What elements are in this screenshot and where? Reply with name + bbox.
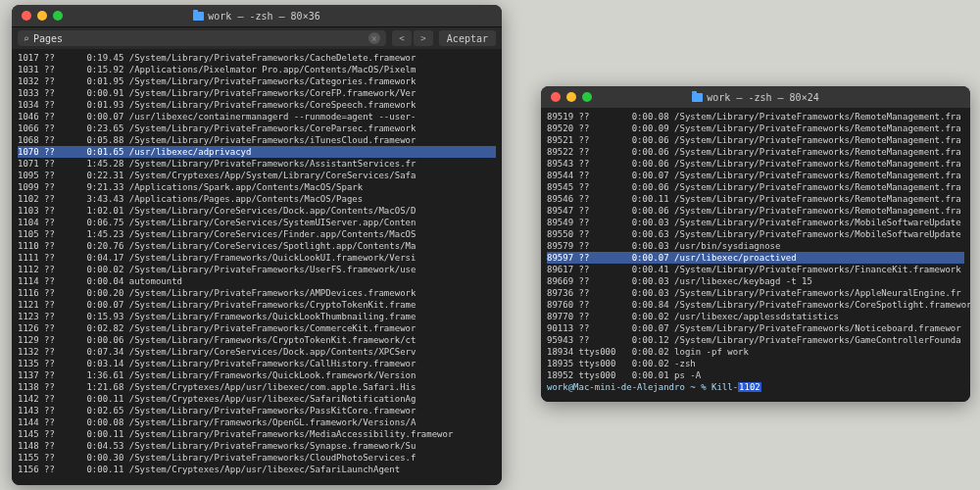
process-row[interactable]: 1135 ?? 0:03.14 /System/Library/PrivateF…	[18, 358, 496, 369]
titlebar[interactable]: work — -zsh — 80×36	[12, 5, 502, 26]
process-row[interactable]: 89522 ?? 0:00.06 /System/Library/Private…	[547, 146, 964, 158]
process-row[interactable]: 1148 ?? 0:04.53 /System/Library/PrivateF…	[18, 440, 496, 452]
title-text: work — -zsh — 80×36	[208, 11, 319, 22]
process-row[interactable]: 1032 ?? 0:01.95 /System/Library/PrivateF…	[18, 75, 496, 87]
process-row[interactable]: 1017 ?? 0:19.45 /System/Library/PrivateF…	[18, 52, 496, 64]
search-nav: < >	[392, 30, 433, 46]
search-value: Pages	[33, 33, 63, 44]
process-row[interactable]: 89617 ?? 0:00.41 /System/Library/Private…	[547, 264, 964, 275]
process-row[interactable]: 1111 ?? 0:04.17 /System/Library/Framewor…	[18, 252, 496, 264]
process-row[interactable]: 1068 ?? 0:05.88 /System/Library/PrivateF…	[18, 134, 496, 146]
search-bar: ⌕ Pages × < > Aceptar	[12, 26, 502, 49]
process-row[interactable]: 1105 ?? 1:45.23 /System/Library/CoreServ…	[18, 228, 496, 240]
process-row[interactable]: 1123 ?? 0:15.93 /System/Library/Framewor…	[18, 311, 496, 322]
process-row[interactable]: 89669 ?? 0:00.03 /usr/libexec/keybagd -t…	[547, 275, 964, 287]
process-row[interactable]: 89597 ?? 0:00.07 /usr/libexec/proactived	[547, 252, 964, 264]
window-title: work — -zsh — 80×36	[12, 11, 502, 22]
process-row[interactable]: 1126 ?? 0:02.82 /System/Library/PrivateF…	[18, 322, 496, 334]
process-row[interactable]: 1156 ?? 0:00.11 /System/Cryptexes/App/us…	[18, 464, 496, 475]
process-row[interactable]: 89543 ?? 0:00.06 /System/Library/Private…	[547, 158, 964, 170]
process-row[interactable]: 1116 ?? 0:00.20 /System/Library/PrivateF…	[18, 287, 496, 299]
search-icon: ⌕	[24, 33, 29, 44]
folder-icon	[193, 12, 204, 21]
prev-match-button[interactable]: <	[392, 30, 412, 46]
folder-icon	[692, 93, 703, 102]
process-row[interactable]: 1071 ?? 1:45.28 /System/Library/PrivateF…	[18, 158, 496, 170]
process-row[interactable]: 89579 ?? 0:00.03 /usr/bin/sysdiagnose	[547, 240, 964, 252]
process-row[interactable]: 1103 ?? 1:02.01 /System/Library/CoreServ…	[18, 205, 496, 217]
process-row[interactable]: 89545 ?? 0:00.06 /System/Library/Private…	[547, 181, 964, 193]
prompt-text: work@Mac-mini-de-Alejandro ~ % Kill-	[547, 382, 738, 392]
process-row[interactable]: 89549 ?? 0:00.03 /System/Library/Private…	[547, 217, 964, 228]
terminal-window-1[interactable]: work — -zsh — 80×36 ⌕ Pages × < > Acepta…	[12, 5, 502, 485]
process-row[interactable]: 1031 ?? 0:15.92 /Applications/Pixelmator…	[18, 64, 496, 75]
process-row[interactable]: 89519 ?? 0:00.08 /System/Library/Private…	[547, 111, 964, 122]
terminal-window-2[interactable]: work — -zsh — 80×24 89519 ?? 0:00.08 /Sy…	[541, 86, 970, 402]
process-row[interactable]: 18935 ttys000 0:00.02 -zsh	[547, 358, 964, 369]
process-row[interactable]: 89520 ?? 0:00.09 /System/Library/Private…	[547, 122, 964, 134]
process-row[interactable]: 89736 ?? 0:00.03 /System/Library/Private…	[547, 287, 964, 299]
title-text: work — -zsh — 80×24	[707, 92, 818, 103]
process-row[interactable]: 1138 ?? 1:21.68 /System/Cryptexes/App/us…	[18, 381, 496, 393]
process-row[interactable]: 1112 ?? 0:00.02 /System/Library/PrivateF…	[18, 264, 496, 275]
process-row[interactable]: 89550 ?? 0:00.63 /System/Library/Private…	[547, 228, 964, 240]
search-input[interactable]: ⌕ Pages ×	[18, 30, 386, 46]
process-row[interactable]: 1095 ?? 0:22.31 /System/Cryptexes/App/Sy…	[18, 170, 496, 181]
process-row[interactable]: 1099 ?? 9:21.33 /Applications/Spark.app/…	[18, 181, 496, 193]
process-row[interactable]: 1142 ?? 0:00.11 /System/Cryptexes/App/us…	[18, 393, 496, 405]
process-row[interactable]: 95943 ?? 0:00.12 /System/Library/Private…	[547, 334, 964, 346]
shell-prompt[interactable]: work@Mac-mini-de-Alejandro ~ % Kill-1102	[547, 381, 964, 393]
process-row[interactable]: 89770 ?? 0:00.02 /usr/libexec/applessdst…	[547, 311, 964, 322]
window-title: work — -zsh — 80×24	[541, 92, 970, 103]
process-row[interactable]: 1104 ?? 0:06.75 /System/Library/CoreServ…	[18, 217, 496, 228]
process-row[interactable]: 1102 ?? 3:43.43 /Applications/Pages.app/…	[18, 193, 496, 205]
process-row[interactable]: 89546 ?? 0:00.11 /System/Library/Private…	[547, 193, 964, 205]
prompt-highlight: 1102	[738, 382, 761, 392]
clear-icon[interactable]: ×	[368, 32, 380, 44]
process-row[interactable]: 1034 ?? 0:01.93 /System/Library/PrivateF…	[18, 99, 496, 111]
terminal-content[interactable]: 89519 ?? 0:00.08 /System/Library/Private…	[541, 108, 970, 402]
process-row[interactable]: 1066 ?? 0:23.65 /System/Library/PrivateF…	[18, 122, 496, 134]
process-row[interactable]: 89544 ?? 0:00.07 /System/Library/Private…	[547, 170, 964, 181]
process-row[interactable]: 18952 ttys000 0:00.01 ps -A	[547, 369, 964, 381]
process-row[interactable]: 1110 ?? 0:20.76 /System/Library/CoreServ…	[18, 240, 496, 252]
process-row[interactable]: 1143 ?? 0:02.65 /System/Library/PrivateF…	[18, 405, 496, 416]
process-row[interactable]: 1129 ?? 0:00.06 /System/Library/Framewor…	[18, 334, 496, 346]
process-row[interactable]: 1114 ?? 0:00.04 automountd	[18, 275, 496, 287]
process-row[interactable]: 1121 ?? 0:00.07 /System/Library/PrivateF…	[18, 299, 496, 311]
terminal-content[interactable]: 1017 ?? 0:19.45 /System/Library/PrivateF…	[12, 49, 502, 485]
process-row[interactable]: 90113 ?? 0:00.07 /System/Library/Private…	[547, 322, 964, 334]
accept-button[interactable]: Aceptar	[439, 30, 496, 46]
process-row[interactable]: 1132 ?? 0:07.34 /System/Library/CoreServ…	[18, 346, 496, 358]
process-row[interactable]: 89547 ?? 0:00.06 /System/Library/Private…	[547, 205, 964, 217]
process-row[interactable]: 1070 ?? 0:01.65 /usr/libexec/adprivacyd	[18, 146, 496, 158]
process-row[interactable]: 1033 ?? 0:00.91 /System/Library/PrivateF…	[18, 87, 496, 99]
process-row[interactable]: 1046 ?? 0:00.07 /usr/libexec/containerma…	[18, 111, 496, 122]
process-row[interactable]: 1137 ?? 1:36.61 /System/Library/Framewor…	[18, 369, 496, 381]
process-row[interactable]: 89760 ?? 0:00.84 /System/Library/Private…	[547, 299, 964, 311]
process-row[interactable]: 18934 ttys000 0:00.02 login -pf work	[547, 346, 964, 358]
titlebar[interactable]: work — -zsh — 80×24	[541, 86, 970, 108]
process-row[interactable]: 1145 ?? 0:00.11 /System/Library/PrivateF…	[18, 428, 496, 440]
process-row[interactable]: 89521 ?? 0:00.06 /System/Library/Private…	[547, 134, 964, 146]
process-row[interactable]: 1155 ?? 0:00.30 /System/Library/PrivateF…	[18, 452, 496, 464]
next-match-button[interactable]: >	[414, 30, 433, 46]
process-row[interactable]: 1144 ?? 0:00.08 /System/Library/Framewor…	[18, 416, 496, 428]
